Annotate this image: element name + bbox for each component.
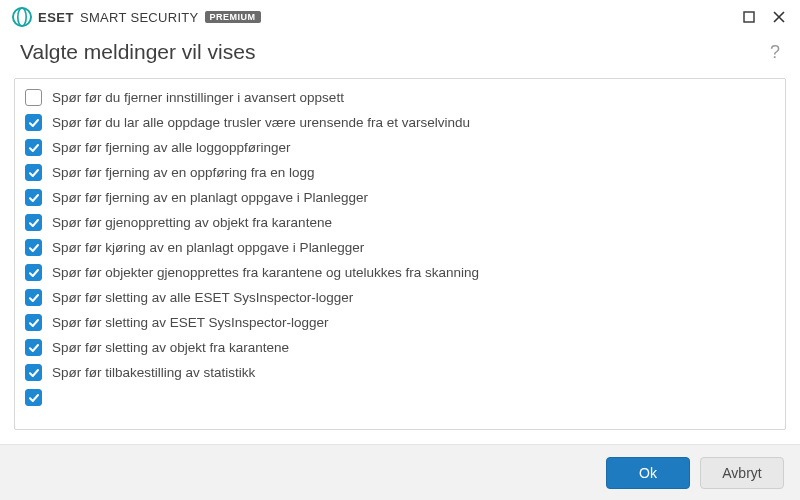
svg-point-1 <box>18 8 26 26</box>
titlebar: ESET SMART SECURITY PREMIUM <box>0 0 800 32</box>
list-item[interactable]: Spør før kjøring av en planlagt oppgave … <box>15 235 785 260</box>
list-item[interactable]: Spør før du lar alle oppdage trusler vær… <box>15 110 785 135</box>
list-item-label: Spør før sletting av ESET SysInspector-l… <box>52 315 329 330</box>
list-item-label: Spør før fjerning av en planlagt oppgave… <box>52 190 368 205</box>
checkbox-checked-icon[interactable] <box>25 139 42 156</box>
checkbox-checked-icon[interactable] <box>25 339 42 356</box>
list-item-label: Spør før tilbakestilling av statistikk <box>52 365 255 380</box>
list-item[interactable]: Spør før tilbakestilling av statistikk <box>15 360 785 385</box>
checkbox-unchecked-icon[interactable] <box>25 89 42 106</box>
list-item-label: Spør før sletting av objekt fra karanten… <box>52 340 289 355</box>
checkbox-checked-icon[interactable] <box>25 389 42 406</box>
checkbox-checked-icon[interactable] <box>25 289 42 306</box>
checkbox-checked-icon[interactable] <box>25 264 42 281</box>
list-item[interactable]: Spør før objekter gjenopprettes fra kara… <box>15 260 785 285</box>
cancel-button[interactable]: Avbryt <box>700 457 784 489</box>
list-item-label: Spør før du lar alle oppdage trusler vær… <box>52 115 470 130</box>
ok-button[interactable]: Ok <box>606 457 690 489</box>
list-item[interactable]: Spør før fjerning av alle loggoppføringe… <box>15 135 785 160</box>
checkbox-checked-icon[interactable] <box>25 364 42 381</box>
window-controls <box>742 10 790 24</box>
eset-logo-icon <box>12 7 32 27</box>
list-item[interactable]: Spør før fjerning av en planlagt oppgave… <box>15 185 785 210</box>
list-item-label: Spør før sletting av alle ESET SysInspec… <box>52 290 353 305</box>
checkbox-checked-icon[interactable] <box>25 114 42 131</box>
list-item[interactable] <box>15 385 785 410</box>
help-icon[interactable]: ? <box>770 42 780 63</box>
options-list[interactable]: Spør før du fjerner innstillinger i avan… <box>14 78 786 430</box>
list-item[interactable]: Spør før gjenoppretting av objekt fra ka… <box>15 210 785 235</box>
list-item-label: Spør før du fjerner innstillinger i avan… <box>52 90 344 105</box>
list-item-label: Spør før objekter gjenopprettes fra kara… <box>52 265 479 280</box>
checkbox-checked-icon[interactable] <box>25 214 42 231</box>
close-button[interactable] <box>772 10 786 24</box>
footer: Ok Avbryt <box>0 444 800 500</box>
list-item[interactable]: Spør før du fjerner innstillinger i avan… <box>15 85 785 110</box>
checkbox-checked-icon[interactable] <box>25 189 42 206</box>
list-item-label: Spør før fjerning av alle loggoppføringe… <box>52 140 291 155</box>
checkbox-checked-icon[interactable] <box>25 314 42 331</box>
header: Valgte meldinger vil vises ? <box>0 32 800 78</box>
brand-edition: PREMIUM <box>205 11 261 23</box>
checkbox-checked-icon[interactable] <box>25 164 42 181</box>
svg-rect-2 <box>744 12 754 22</box>
list-item-label: Spør før kjøring av en planlagt oppgave … <box>52 240 364 255</box>
list-item[interactable]: Spør før fjerning av en oppføring fra en… <box>15 160 785 185</box>
list-item-label: Spør før gjenoppretting av objekt fra ka… <box>52 215 332 230</box>
svg-point-0 <box>13 8 31 26</box>
list-item[interactable]: Spør før sletting av alle ESET SysInspec… <box>15 285 785 310</box>
brand-product: SMART SECURITY <box>80 10 199 25</box>
maximize-button[interactable] <box>742 10 756 24</box>
list-item[interactable]: Spør før sletting av objekt fra karanten… <box>15 335 785 360</box>
checkbox-checked-icon[interactable] <box>25 239 42 256</box>
page-title: Valgte meldinger vil vises <box>20 40 255 64</box>
brand-eset: ESET <box>38 10 74 25</box>
list-item-label: Spør før fjerning av en oppføring fra en… <box>52 165 315 180</box>
list-item[interactable]: Spør før sletting av ESET SysInspector-l… <box>15 310 785 335</box>
brand: ESET SMART SECURITY PREMIUM <box>12 7 261 27</box>
